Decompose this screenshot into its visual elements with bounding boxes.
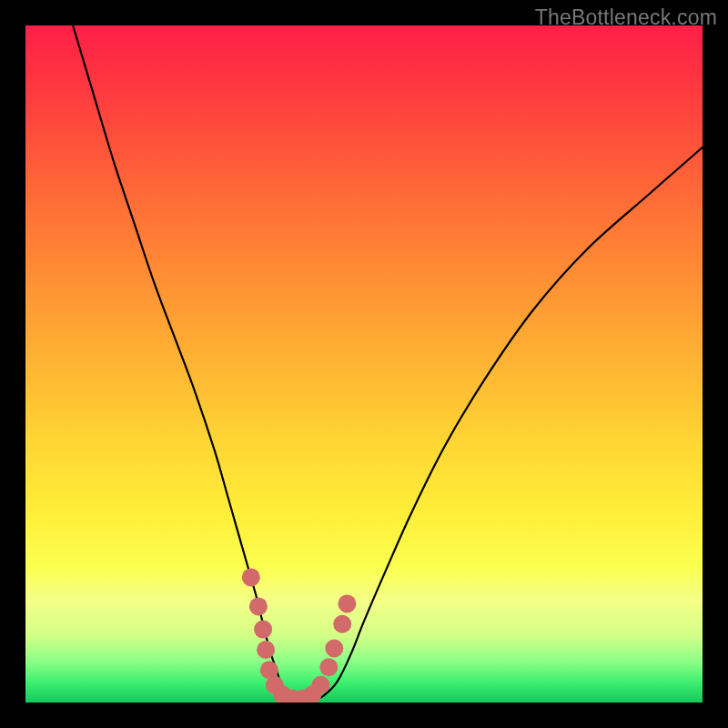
chart-svg [25, 25, 703, 703]
marker-dot [311, 676, 329, 694]
outer-frame: TheBottleneck.com [0, 0, 728, 728]
marker-dot [319, 658, 338, 676]
marker-dot [325, 640, 343, 658]
highlight-dots [242, 568, 357, 703]
bottleneck-curve [73, 25, 703, 703]
marker-dot [254, 621, 272, 639]
marker-dot [257, 641, 275, 659]
plot-area [25, 25, 703, 703]
marker-dot [242, 568, 260, 586]
marker-dot [249, 597, 268, 615]
marker-dot [338, 594, 356, 612]
watermark-text: TheBottleneck.com [535, 5, 717, 30]
marker-dot [333, 615, 351, 633]
